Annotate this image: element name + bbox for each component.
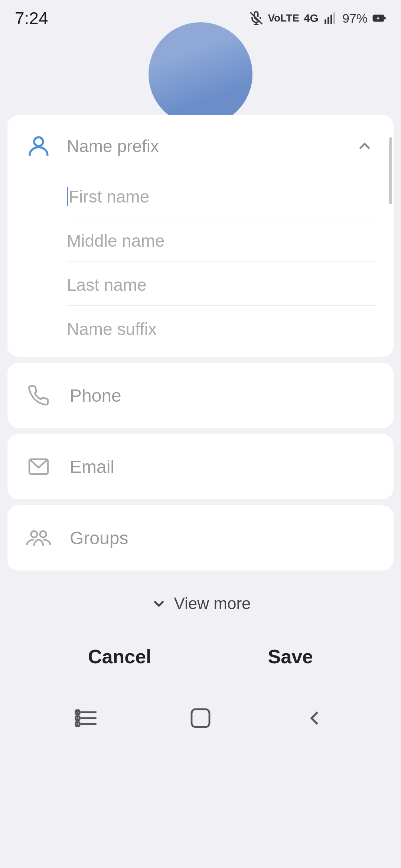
text-cursor [67, 187, 68, 206]
middle-name-field[interactable]: Middle name [67, 217, 376, 261]
battery-percentage: 97% [342, 11, 368, 26]
avatar-area [0, 33, 401, 108]
name-section-card: Name prefix First name Middle name [7, 115, 394, 357]
view-more-label: View more [174, 594, 251, 613]
first-name-placeholder: First name [69, 187, 149, 207]
view-more-row[interactable]: View more [0, 576, 401, 626]
email-section-card: Email [7, 434, 394, 499]
svg-rect-4 [327, 17, 329, 24]
nav-bar [0, 691, 401, 755]
email-row[interactable]: Email [7, 434, 394, 499]
mute-icon [249, 11, 263, 25]
svg-rect-5 [330, 15, 332, 24]
name-fields: First name Middle name Last name Name su… [7, 173, 394, 357]
status-time: 7:24 [15, 8, 48, 28]
home-button[interactable] [186, 703, 215, 733]
middle-name-placeholder: Middle name [67, 231, 164, 250]
phone-label: Phone [70, 385, 121, 406]
name-suffix-field[interactable]: Name suffix [67, 305, 376, 357]
last-name-field[interactable]: Last name [67, 261, 376, 305]
collapse-icon[interactable] [353, 135, 376, 157]
back-button[interactable] [300, 703, 329, 733]
name-suffix-placeholder: Name suffix [67, 319, 157, 339]
first-name-field[interactable]: First name [67, 173, 376, 217]
bottom-buttons: Cancel Save [0, 626, 401, 691]
svg-rect-3 [325, 19, 326, 24]
person-icon [25, 133, 52, 160]
svg-rect-21 [192, 709, 209, 727]
chevron-down-icon [150, 595, 168, 612]
name-prefix-label: Name prefix [67, 136, 353, 156]
groups-label: Groups [70, 528, 128, 548]
save-button[interactable]: Save [250, 640, 331, 674]
phone-icon [25, 382, 52, 409]
volte-icon: VoLTE [268, 12, 299, 24]
phone-row[interactable]: Phone [7, 363, 394, 428]
email-icon [25, 453, 52, 480]
name-prefix-row[interactable]: Name prefix [7, 115, 394, 173]
email-label: Email [70, 457, 114, 477]
svg-point-12 [40, 531, 46, 537]
battery-icon [372, 11, 386, 25]
groups-icon [25, 525, 52, 551]
svg-point-11 [31, 531, 37, 537]
groups-section-card: Groups [7, 505, 394, 571]
svg-point-9 [34, 137, 43, 146]
last-name-placeholder: Last name [67, 275, 147, 295]
phone-section-card: Phone [7, 363, 394, 428]
signal-icon [323, 11, 338, 25]
cancel-button[interactable]: Cancel [70, 640, 169, 674]
recents-button[interactable] [72, 703, 101, 733]
scrollbar-thumb [389, 137, 392, 204]
4g-icon: 4G [304, 12, 319, 24]
status-icons: VoLTE 4G 97% [249, 11, 386, 26]
svg-rect-6 [333, 12, 335, 24]
scrollbar-track [388, 115, 394, 357]
groups-row[interactable]: Groups [7, 505, 394, 571]
